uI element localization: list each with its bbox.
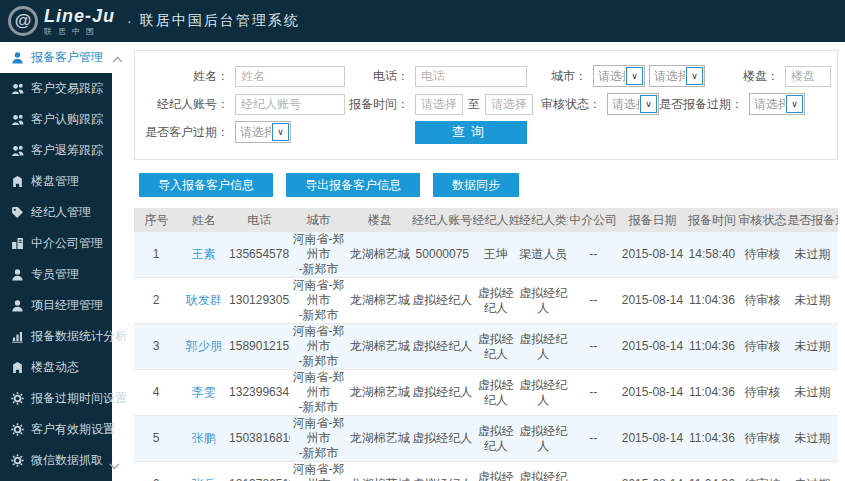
cell-estate: 龙湖棉艺城 (347, 232, 412, 278)
cell-audit-status: 待审核 (738, 232, 787, 278)
sidebar-item-2[interactable]: 客户认购跟踪 (0, 104, 112, 135)
cell-report-expired: 未过期 (787, 370, 838, 416)
scroll-down-chevron-icon[interactable] (109, 459, 120, 473)
sidebar-item-1[interactable]: 客户交易跟踪 (0, 73, 112, 104)
data-sync-button[interactable]: 数据同步 (433, 173, 519, 197)
chevron-down-icon: ∨ (786, 95, 803, 113)
cell-name[interactable]: 耿发群 (178, 278, 229, 324)
sidebar-item-13[interactable]: 微信数据抓取 (0, 445, 112, 476)
sidebar-item-label: 经纪人管理 (31, 204, 91, 221)
agent-account-input[interactable] (235, 94, 345, 115)
sidebar-item-label: 报备过期时间设置 (31, 390, 127, 407)
search-panel: 姓名： 电话： 城市： 请选择 ∨ 请选择 ∨ 楼盘： (134, 50, 838, 160)
cell-report-expired: 未过期 (787, 278, 838, 324)
logo-separator: · (127, 13, 132, 29)
cell-name[interactable]: 王素 (178, 232, 229, 278)
chevron-up-icon[interactable] (112, 52, 123, 66)
sidebar-item-12[interactable]: 客户有效期设置 (0, 414, 112, 445)
cell-report-expired: 未过期 (787, 462, 838, 481)
cell-report-time: 11:04:36 (686, 324, 738, 370)
sidebar-item-label: 客户交易跟踪 (31, 80, 103, 97)
report-expired-label: 是否报备过期： (659, 96, 749, 113)
cell-phone: 18137865115 (229, 462, 290, 481)
cell-report-date: 2015-08-14 (619, 278, 686, 324)
name-input[interactable] (235, 66, 345, 87)
cell-name[interactable]: 张鹏 (178, 416, 229, 462)
report-time-label: 报备时间： (345, 96, 415, 113)
cell-city: 河南省-郑州市 -新郑市 (290, 324, 348, 370)
column-header: 是否报备过期 (787, 208, 838, 232)
cell-estate: 龙湖棉艺城 (347, 416, 412, 462)
chevron-down-icon: ∨ (272, 123, 289, 141)
cell-city: 河南省-郑州市 -新郑市 (290, 278, 348, 324)
cell-report-expired: 未过期 (787, 232, 838, 278)
gear-icon (11, 423, 24, 436)
chart-icon (11, 330, 24, 343)
sidebar-item-0[interactable]: 报备客户管理 (0, 42, 130, 73)
sidebar-item-8[interactable]: 项目经理管理 (0, 290, 112, 321)
sidebar-item-7[interactable]: 专员管理 (0, 259, 112, 290)
city-city-select[interactable]: 请选择 ∨ (649, 65, 705, 87)
column-header: 经纪人账号 (412, 208, 473, 232)
chevron-down-icon: ∨ (640, 95, 657, 113)
sidebar-item-3[interactable]: 客户退筹跟踪 (0, 135, 112, 166)
gear-icon (11, 454, 24, 467)
cell-agent-account: 虚拟经纪人 (412, 278, 473, 324)
cell-phone: 13239963414 (229, 370, 290, 416)
city-province-select[interactable]: 请选择 ∨ (593, 65, 645, 87)
import-report-customers-button[interactable]: 导入报备客户信息 (139, 173, 273, 197)
audit-status-label: 审核状态： (533, 96, 607, 113)
table-row: 3郭少朋15890121510河南省-郑州市 -新郑市龙湖棉艺城虚拟经纪人虚拟经… (134, 324, 838, 370)
audit-status-select[interactable]: 请选择 ∨ (607, 93, 659, 115)
tag-icon (11, 206, 24, 219)
customer-expired-select[interactable]: 请选择 ∨ (235, 121, 291, 143)
sidebar-item-9[interactable]: 报备数据统计分析 (0, 321, 112, 352)
person-icon (11, 268, 24, 281)
header: @ Line-Ju 联居中国 · 联居中国后台管理系统 (0, 0, 845, 42)
sidebar-item-label: 楼盘管理 (31, 173, 79, 190)
cell-estate: 龙湖棉艺城 (347, 370, 412, 416)
sidebar-item-label: 客户有效期设置 (31, 421, 115, 438)
report-time-from-input[interactable] (415, 94, 463, 115)
sidebar-item-10[interactable]: 楼盘动态 (0, 352, 112, 383)
chevron-down-icon: ∨ (686, 67, 703, 85)
cell-name[interactable]: 张兵 (178, 462, 229, 481)
agent-account-label: 经纪人账号： (137, 96, 235, 113)
column-header: 报备日期 (619, 208, 686, 232)
cell-name[interactable]: 李雯 (178, 370, 229, 416)
cell-agency: -- (568, 324, 619, 370)
at-circle-icon: @ (8, 6, 38, 36)
building-icon (11, 175, 24, 188)
sidebar-item-label: 微信数据抓取 (31, 452, 103, 469)
sidebar-item-label: 报备数据统计分析 (31, 328, 127, 345)
search-button[interactable]: 查询 (415, 121, 527, 144)
sidebar-item-4[interactable]: 楼盘管理 (0, 166, 112, 197)
cell-name[interactable]: 郭少朋 (178, 324, 229, 370)
sidebar-item-label: 项目经理管理 (31, 297, 103, 314)
cell-agent-account: 虚拟经纪人 (412, 416, 473, 462)
estate-input[interactable] (785, 66, 831, 87)
cell-agent-account: 50000075 (412, 232, 473, 278)
cell-index: 4 (134, 370, 178, 416)
sidebar-item-11[interactable]: 报备过期时间设置 (0, 383, 112, 414)
report-time-to-input[interactable] (485, 94, 533, 115)
cell-city: 河南省-郑州市 -新郑市 (290, 232, 348, 278)
phone-input[interactable] (415, 66, 527, 87)
report-expired-select[interactable]: 请选择 ∨ (749, 93, 805, 115)
customer-expired-label: 是否客户过期： (137, 124, 235, 141)
people-icon (11, 113, 24, 126)
export-report-customers-button[interactable]: 导出报备客户信息 (286, 173, 420, 197)
column-header: 经纪人类型 (519, 208, 568, 232)
sidebar-item-5[interactable]: 经纪人管理 (0, 197, 112, 228)
cell-agent-type: 虚拟经纪人 (519, 462, 568, 481)
cell-agency: -- (568, 416, 619, 462)
cell-index: 3 (134, 324, 178, 370)
cell-agent-name: 虚拟经纪人 (473, 416, 519, 462)
name-label: 姓名： (137, 68, 235, 85)
sidebar-item-label: 专员管理 (31, 266, 79, 283)
cell-audit-status: 待审核 (738, 278, 787, 324)
org-icon (11, 237, 24, 250)
sidebar-item-6[interactable]: 中介公司管理 (0, 228, 112, 259)
person-icon (11, 299, 24, 312)
cell-audit-status: 待审核 (738, 370, 787, 416)
